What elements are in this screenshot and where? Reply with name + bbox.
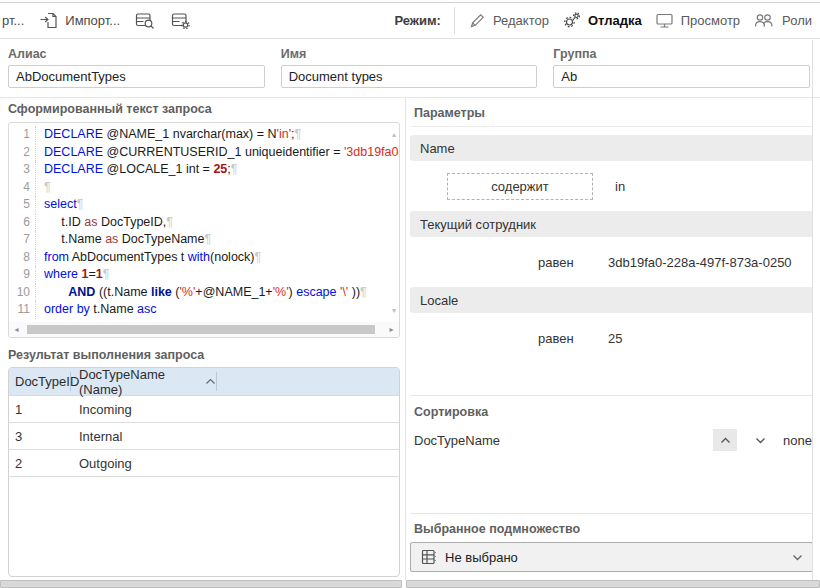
bottom-scrollbar-right[interactable] bbox=[406, 580, 820, 588]
alias-field-group: Алиас AbDocumentTypes bbox=[8, 45, 265, 88]
param-locale-operator: равен bbox=[538, 331, 580, 346]
operator-button-label: содержит bbox=[491, 179, 549, 194]
subset-selected-value: Не выбрано bbox=[445, 550, 518, 565]
code-text: where 1=1¶ bbox=[36, 266, 109, 284]
table-row[interactable]: 2Outgoing bbox=[9, 450, 399, 477]
group-input[interactable]: Ab bbox=[553, 65, 810, 88]
query-title: Сформированный текст запроса bbox=[8, 102, 405, 116]
mode-editor-button[interactable]: Редактор bbox=[468, 11, 549, 30]
param-locale-value: 25 bbox=[608, 331, 813, 346]
code-line: 11order by t.Name asc bbox=[9, 301, 399, 319]
sort-down-button[interactable] bbox=[748, 429, 772, 451]
monitor-icon bbox=[655, 11, 675, 30]
code-text: DECLARE @NAME_1 nvarchar(max) = N'in';¶ bbox=[36, 126, 301, 144]
param-currentuser-header: Текущий сотрудник bbox=[410, 211, 813, 237]
code-line: 10 AND ((t.Name like ('%'+@NAME_1+'%') e… bbox=[9, 284, 399, 302]
import-button[interactable]: Импорт... bbox=[39, 11, 120, 30]
parameters-title: Параметры bbox=[410, 106, 813, 120]
cell-doctypeid: 2 bbox=[9, 456, 71, 471]
subset-title: Выбранное подмножество bbox=[410, 522, 813, 536]
scroll-right-arrow[interactable]: ▸ bbox=[384, 322, 399, 337]
operator-button[interactable]: содержит bbox=[447, 173, 593, 200]
subset-dropdown[interactable]: Не выбрано bbox=[410, 542, 813, 572]
param-currentuser-value: 3db19fa0-228a-497f-873a-0250 bbox=[608, 255, 813, 270]
code-line: 1DECLARE @NAME_1 nvarchar(max) = N'in';¶ bbox=[9, 126, 399, 144]
column-header-doctypename-label: DocTypeName (Name) bbox=[79, 367, 196, 397]
subset-list-icon bbox=[420, 548, 438, 566]
sorting-direction: none bbox=[783, 433, 812, 448]
people-icon bbox=[753, 11, 776, 30]
param-name-value: in bbox=[615, 179, 625, 194]
code-text: select¶ bbox=[36, 196, 83, 214]
param-locale-header: Locale bbox=[410, 287, 813, 313]
code-line: 5select¶ bbox=[9, 196, 399, 214]
code-text: ¶ bbox=[36, 179, 51, 197]
pencil-icon bbox=[468, 11, 487, 30]
code-line: 6 t.ID as DocTypeID,¶ bbox=[9, 214, 399, 232]
sorting-row: DocTypeName none bbox=[410, 429, 813, 451]
mode-debug-label: Отладка bbox=[588, 13, 642, 28]
sorting-field: DocTypeName bbox=[414, 433, 500, 448]
results-table: DocTypeID DocTypeName (Name) 1Incoming3I… bbox=[8, 367, 400, 577]
bottom-scrollbar-left[interactable] bbox=[0, 580, 402, 588]
sorting-controls: none bbox=[713, 429, 812, 451]
scroll-left-arrow[interactable]: ◂ bbox=[9, 322, 24, 337]
line-number: 5 bbox=[9, 196, 36, 214]
sql-code-editor[interactable]: 1DECLARE @NAME_1 nvarchar(max) = N'in';¶… bbox=[8, 122, 400, 338]
toolbar-separator bbox=[454, 7, 455, 34]
import-button-label: Импорт... bbox=[65, 13, 120, 28]
column-header-doctypeid[interactable]: DocTypeID bbox=[9, 372, 71, 391]
line-number: 6 bbox=[9, 214, 36, 232]
panel-right-border bbox=[812, 40, 813, 580]
mode-editor-label: Редактор bbox=[493, 13, 549, 28]
scroll-down-arrow[interactable]: ▾ bbox=[392, 307, 396, 315]
export-button-label: рт... bbox=[2, 13, 24, 28]
query-settings-button[interactable] bbox=[171, 11, 192, 31]
param-currentuser-label: Текущий сотрудник bbox=[420, 217, 536, 232]
cell-doctypeid: 1 bbox=[9, 402, 71, 417]
sort-asc-icon bbox=[205, 378, 216, 385]
scrollbar-thumb[interactable] bbox=[27, 325, 375, 334]
code-line: 4¶ bbox=[9, 179, 399, 197]
query-panel: Сформированный текст запроса 1DECLARE @N… bbox=[0, 98, 406, 580]
horizontal-scrollbar[interactable]: ◂ ▸ bbox=[9, 322, 399, 337]
parameters-panel: Параметры Name содержит in Текущий сотру… bbox=[406, 98, 820, 580]
query-search-button[interactable] bbox=[135, 11, 156, 31]
code-text: order by t.Name asc bbox=[36, 301, 157, 319]
param-locale-row: равен 25 bbox=[410, 321, 813, 355]
code-line: 3DECLARE @LOCALE_1 int = 25;¶ bbox=[9, 161, 399, 179]
alias-label: Алиас bbox=[8, 47, 265, 61]
name-label: Имя bbox=[281, 47, 538, 61]
param-currentuser-operator: равен bbox=[538, 255, 580, 270]
export-button[interactable]: рт... bbox=[2, 13, 24, 28]
line-number: 11 bbox=[9, 301, 36, 319]
sort-up-button[interactable] bbox=[713, 429, 737, 451]
code-text: DECLARE @LOCALE_1 int = 25;¶ bbox=[36, 161, 237, 179]
alias-input[interactable]: AbDocumentTypes bbox=[8, 65, 265, 88]
mode-view-button[interactable]: Просмотр bbox=[655, 11, 740, 30]
line-number: 9 bbox=[9, 266, 36, 284]
line-number: 4 bbox=[9, 179, 36, 197]
toolbar: рт... Импорт... bbox=[0, 2, 820, 39]
mode-roles-button[interactable]: Роли bbox=[753, 11, 812, 30]
table-row[interactable]: 3Internal bbox=[9, 423, 399, 450]
code-line: 2DECLARE @CURRENTUSERID_1 uniqueidentifi… bbox=[9, 144, 399, 162]
sql-code-lines: 1DECLARE @NAME_1 nvarchar(max) = N'in';¶… bbox=[9, 123, 399, 319]
line-number: 10 bbox=[9, 284, 36, 302]
line-number: 8 bbox=[9, 249, 36, 267]
mode-view-label: Просмотр bbox=[681, 13, 740, 28]
param-name-row: содержит in bbox=[410, 169, 813, 203]
scroll-up-arrow[interactable]: ▴ bbox=[392, 131, 396, 139]
name-input[interactable]: Document types bbox=[281, 65, 538, 88]
line-number: 2 bbox=[9, 144, 36, 162]
param-locale-label: Locale bbox=[420, 293, 458, 308]
code-text: from AbDocumentTypes t with(nolock)¶ bbox=[36, 249, 261, 267]
column-header-doctypename[interactable]: DocTypeName (Name) bbox=[71, 372, 217, 391]
param-currentuser-row: равен 3db19fa0-228a-497f-873a-0250 bbox=[410, 245, 813, 279]
mode-debug-button[interactable]: Отладка bbox=[562, 11, 642, 30]
spacer bbox=[410, 451, 813, 513]
group-label: Группа bbox=[553, 47, 810, 61]
table-gear-icon bbox=[171, 11, 192, 31]
table-row[interactable]: 1Incoming bbox=[9, 396, 399, 423]
code-text: t.ID as DocTypeID,¶ bbox=[36, 214, 173, 232]
